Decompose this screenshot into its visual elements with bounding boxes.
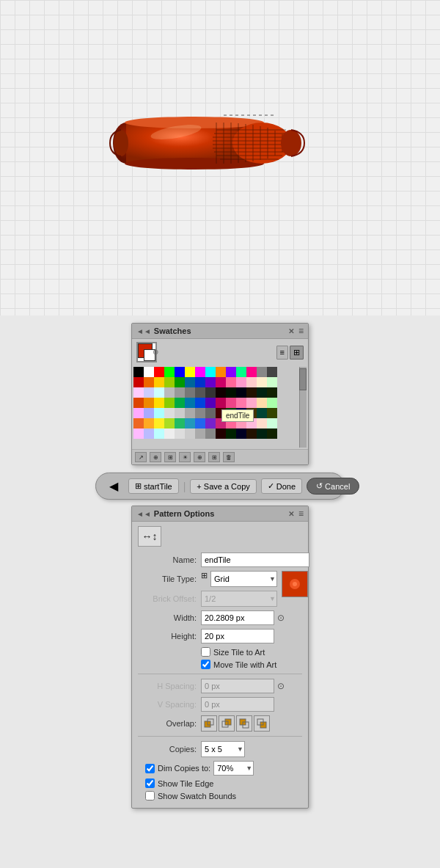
link-spacing-icon[interactable]: ⊙ xyxy=(277,681,285,691)
swatch-cell[interactable] xyxy=(267,398,277,408)
swatch-cell[interactable] xyxy=(226,428,236,439)
swatch-color-picker[interactable]: ⊕ xyxy=(136,342,157,362)
back-button[interactable]: ◀ xyxy=(103,477,124,495)
overlap-btn-3[interactable] xyxy=(236,715,252,732)
swatch-cell[interactable] xyxy=(154,377,164,387)
swatch-cell[interactable] xyxy=(216,377,226,387)
swatch-cell[interactable] xyxy=(246,377,257,387)
done-button[interactable]: ✓ Done xyxy=(261,478,302,494)
panel-collapse-arrows[interactable]: ◄◄ xyxy=(136,327,151,335)
dim-copies-checkbox[interactable] xyxy=(145,764,155,773)
link-width-height-icon[interactable]: ⊙ xyxy=(277,613,285,623)
swatch-cell[interactable] xyxy=(133,408,144,418)
grid-view-btn[interactable]: ⊞ xyxy=(290,346,304,360)
swatch-cell[interactable] xyxy=(205,387,216,398)
size-tile-checkbox[interactable] xyxy=(201,647,210,657)
swatch-cell[interactable] xyxy=(205,428,216,439)
swatch-cell[interactable] xyxy=(185,398,195,408)
overlap-btn-2[interactable] xyxy=(219,715,235,732)
swatch-cell[interactable] xyxy=(226,377,236,387)
swatch-cell[interactable] xyxy=(216,387,226,398)
swatch-cell[interactable] xyxy=(205,377,216,387)
brick-offset-select[interactable]: 1/2 xyxy=(201,591,277,607)
pattern-menu-icon[interactable]: ≡ xyxy=(298,508,304,519)
name-input[interactable] xyxy=(201,552,309,567)
swatch-cell[interactable] xyxy=(267,377,277,387)
swatch-cell[interactable] xyxy=(195,408,205,418)
tile-type-select[interactable]: Grid Brick by Row Brick by Column Hex by… xyxy=(210,571,277,587)
swatch-cell[interactable] xyxy=(144,418,154,428)
swatch-cell[interactable] xyxy=(195,418,205,428)
swatch-cell[interactable] xyxy=(164,428,175,439)
swatch-cell[interactable] xyxy=(246,367,257,377)
swatch-cell[interactable] xyxy=(154,428,164,439)
swatch-cell[interactable] xyxy=(195,428,205,439)
swatch-cell[interactable] xyxy=(236,367,246,377)
swatch-cell[interactable] xyxy=(133,377,144,387)
swatch-new-color-group-icon[interactable]: ⊕ xyxy=(150,452,161,462)
swatch-cell[interactable] xyxy=(257,408,267,418)
swatch-cell[interactable] xyxy=(195,398,205,408)
swatch-cell[interactable] xyxy=(267,367,277,377)
swatch-cell[interactable] xyxy=(246,428,257,439)
swatch-cell[interactable] xyxy=(154,418,164,428)
save-copy-button[interactable]: + Save a Copy xyxy=(190,479,256,494)
swatch-cell[interactable] xyxy=(164,418,175,428)
swatch-cell[interactable] xyxy=(267,428,277,439)
swatch-cell[interactable] xyxy=(216,367,226,377)
swatch-cell[interactable] xyxy=(257,367,267,377)
move-tile-checkbox[interactable] xyxy=(201,660,210,669)
swatch-cell[interactable] xyxy=(257,428,267,439)
swatch-cell[interactable] xyxy=(226,387,236,398)
swatch-cell[interactable] xyxy=(133,428,144,439)
v-spacing-input[interactable] xyxy=(201,697,274,712)
pattern-close-icon[interactable]: ✕ xyxy=(288,510,294,518)
swatch-cell[interactable] xyxy=(205,408,216,418)
swatch-cell[interactable] xyxy=(205,367,216,377)
swatch-cell[interactable] xyxy=(185,418,195,428)
show-swatch-bounds-checkbox[interactable] xyxy=(145,791,155,800)
swatches-menu-icon[interactable]: ≡ xyxy=(298,326,304,336)
swatch-cell[interactable] xyxy=(144,398,154,408)
swatch-cell[interactable] xyxy=(216,398,226,408)
swatch-cell[interactable] xyxy=(236,428,246,439)
swatch-cell[interactable] xyxy=(195,387,205,398)
swatch-cell[interactable] xyxy=(133,418,144,428)
swatches-close-icon[interactable]: ✕ xyxy=(288,327,294,335)
swatch-cell[interactable] xyxy=(164,377,175,387)
swatch-cell[interactable] xyxy=(154,367,164,377)
swatch-cell[interactable] xyxy=(175,408,185,418)
cancel-button[interactable]: ↺ Cancel xyxy=(307,478,359,495)
swatch-cell[interactable] xyxy=(236,377,246,387)
swatch-cell[interactable] xyxy=(195,377,205,387)
swatch-cell[interactable] xyxy=(236,398,246,408)
pattern-collapse-arrows[interactable]: ◄◄ xyxy=(136,510,151,518)
swatch-cell[interactable] xyxy=(267,408,277,418)
overlap-btn-1[interactable] xyxy=(201,715,217,732)
swatch-cell[interactable] xyxy=(154,387,164,398)
swatch-add-icon[interactable]: ⊕ xyxy=(194,452,205,462)
swatch-cell[interactable] xyxy=(226,367,236,377)
swatch-cell[interactable] xyxy=(257,387,267,398)
swatch-cell[interactable] xyxy=(133,387,144,398)
swatch-cell[interactable] xyxy=(216,428,226,439)
swatch-cell[interactable] xyxy=(226,398,236,408)
height-input[interactable] xyxy=(201,629,274,643)
width-input[interactable] xyxy=(201,610,274,625)
swatch-cell[interactable] xyxy=(267,387,277,398)
swatch-cell[interactable] xyxy=(164,408,175,418)
swatch-cell[interactable] xyxy=(164,387,175,398)
swatch-cell[interactable] xyxy=(133,398,144,408)
swatch-cell[interactable] xyxy=(144,367,154,377)
swatch-cell[interactable] xyxy=(175,428,185,439)
swatch-cell[interactable] xyxy=(185,408,195,418)
copies-select[interactable]: 5 x 5 3 x 3 7 x 7 xyxy=(201,741,245,757)
swatch-cell[interactable] xyxy=(133,367,144,377)
swatch-cell[interactable] xyxy=(144,387,154,398)
show-tile-edge-checkbox[interactable] xyxy=(145,778,155,788)
swatch-cell[interactable] xyxy=(185,428,195,439)
swatch-cell[interactable] xyxy=(257,377,267,387)
swatch-cell[interactable] xyxy=(175,377,185,387)
swatch-cell[interactable] xyxy=(164,398,175,408)
dim-copies-select[interactable]: 70% 50% 30% 10% xyxy=(213,761,254,776)
